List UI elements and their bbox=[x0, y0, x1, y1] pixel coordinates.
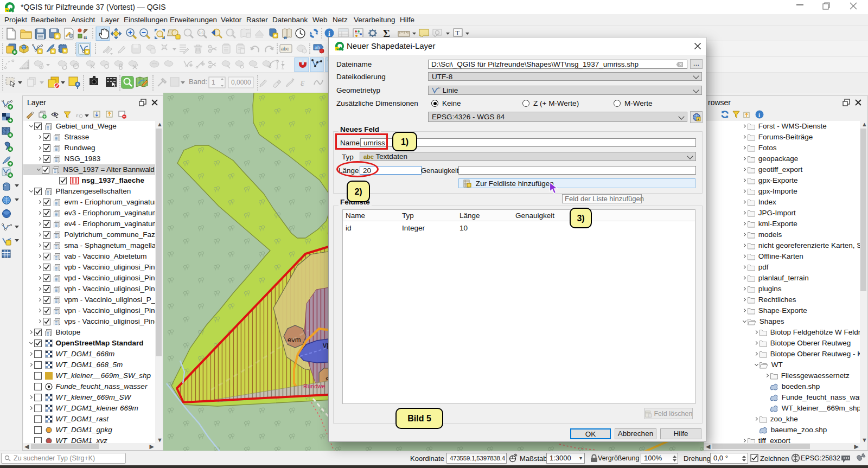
svg-text:ε: ε bbox=[76, 112, 79, 118]
svg-text:evm: evm bbox=[288, 336, 301, 344]
svg-text:a: a bbox=[84, 34, 87, 40]
svg-text:1: 1 bbox=[212, 79, 215, 86]
svg-text:i: i bbox=[758, 112, 760, 118]
svg-text:abc: abc bbox=[281, 46, 289, 52]
svg-text:ε: ε bbox=[301, 77, 305, 88]
svg-text:0,0000: 0,0000 bbox=[231, 79, 251, 86]
svg-text:T: T bbox=[456, 29, 460, 37]
svg-text:1:1: 1:1 bbox=[199, 31, 205, 35]
svg-text:Band:: Band: bbox=[189, 78, 207, 86]
svg-text:ab: ab bbox=[315, 45, 320, 50]
svg-text:i: i bbox=[328, 29, 330, 37]
svg-text:Rundwe: Rundwe bbox=[303, 383, 325, 389]
